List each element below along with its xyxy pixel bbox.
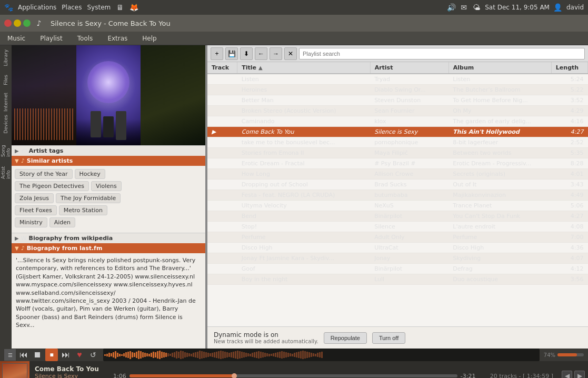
progress-bar[interactable] xyxy=(129,374,457,377)
bio-lastfm-arrow: ▼ xyxy=(15,245,19,251)
track-table: Track Title ▲ Artist Album Length Listen… xyxy=(207,62,588,326)
prev-button[interactable]: ⏮ xyxy=(18,349,29,361)
col-header-track[interactable]: Track xyxy=(207,62,237,74)
table-row[interactable]: ▶ Come Back To You Silence is Sexy This … xyxy=(207,127,588,137)
stop-solid-button[interactable]: ■ xyxy=(45,349,58,361)
track-num xyxy=(207,274,237,285)
table-row[interactable]: Boy in the night Lull Duo acoustique 3:5… xyxy=(207,274,588,285)
import-button[interactable]: ⬇ xyxy=(240,47,253,60)
similar-artists-header[interactable]: ▼ ♪ Similar artists xyxy=(12,156,205,166)
firefox-icon[interactable]: 🦊 xyxy=(129,3,138,12)
artist-image-2[interactable] xyxy=(76,45,141,145)
table-row[interactable]: Disco High UltraCat Disco High 4:36 xyxy=(207,243,588,253)
sidebar-item-devices[interactable]: Devices xyxy=(1,114,11,135)
table-row[interactable]: Better Man Steven Dunston To Get Home Be… xyxy=(207,95,588,106)
similar-artists-row-1: Story of the Year Hockey xyxy=(15,169,202,179)
artist-tag-violens[interactable]: Violens xyxy=(91,181,122,191)
stop-button[interactable]: ⏹ xyxy=(32,349,43,361)
player-status-area: Come Back To You Silence is Sexy This Ai… xyxy=(0,361,588,378)
turnoff-button[interactable]: Turn off xyxy=(372,332,405,344)
playlist-view-button[interactable]: ☰ xyxy=(4,349,16,361)
close-button[interactable] xyxy=(4,19,12,27)
table-row[interactable]: Perfume Adult Only Perfume 7:00 xyxy=(207,232,588,243)
sidebar-item-internet[interactable]: Internet xyxy=(1,92,11,113)
terminal-icon[interactable]: 🖥 xyxy=(116,3,124,12)
artist-tags-header[interactable]: ▶ 🏷 Artist tags xyxy=(12,145,205,156)
heart-button[interactable]: ♥ xyxy=(74,349,85,361)
artist-tag-ministry[interactable]: Ministry xyxy=(15,217,47,227)
table-row[interactable]: Bend Binärpilot You Can't Stop Da Funk 4… xyxy=(207,211,588,222)
user-icon[interactable]: 👤 xyxy=(554,3,562,12)
clear-button[interactable]: ✕ xyxy=(284,47,297,60)
artist-tag-zola[interactable]: Zola Jesus xyxy=(15,193,54,203)
volume-icon[interactable]: 🔊 xyxy=(447,3,455,12)
artist-image-1[interactable] xyxy=(12,45,76,145)
col-header-artist[interactable]: Artist xyxy=(370,62,449,74)
waveform-display: // Generate waveform bars inline const w… xyxy=(103,349,540,361)
col-header-title[interactable]: Title ▲ xyxy=(237,62,370,74)
table-row[interactable]: Stop! Silence L'autre endroit 4:08 xyxy=(207,222,588,232)
track-length: 4:27 xyxy=(551,127,587,137)
now-playing-artist: Silence is Sexy xyxy=(35,373,99,378)
volume-slider[interactable] xyxy=(557,353,584,356)
refresh-button[interactable]: ↺ xyxy=(87,349,99,361)
artist-tag-aiden[interactable]: Aiden xyxy=(49,217,75,227)
track-title: Disco High xyxy=(237,243,370,253)
redo-button[interactable]: → xyxy=(270,47,282,60)
artist-tag-hockey[interactable]: Hockey xyxy=(75,169,105,179)
table-row[interactable]: Broken Stereo (Acoustic Version) Sean Fo… xyxy=(207,106,588,116)
col-header-length[interactable]: Length xyxy=(551,62,587,74)
col-header-album[interactable]: Album xyxy=(449,62,551,74)
track-length: 4:16 xyxy=(551,116,587,127)
track-length: 4:12 xyxy=(551,264,587,274)
playlist-search-input[interactable] xyxy=(299,48,585,59)
weather-icon: 🌤 xyxy=(472,3,481,12)
menu-playlist[interactable]: Playlist xyxy=(37,34,66,43)
artist-tag-pigeon[interactable]: The Pigeon Detectives xyxy=(15,181,89,191)
menu-places[interactable]: Places xyxy=(62,4,82,11)
maximize-button[interactable] xyxy=(23,19,31,27)
menu-system[interactable]: System xyxy=(87,4,111,11)
menu-extras[interactable]: Extras xyxy=(104,34,131,43)
artist-tag-joy[interactable]: The Joy Formidable xyxy=(56,193,121,203)
repopulate-button[interactable]: Repopulate xyxy=(324,332,367,344)
menu-music[interactable]: Music xyxy=(4,34,28,43)
artist-image-3[interactable] xyxy=(141,45,205,145)
menu-tools[interactable]: Tools xyxy=(74,34,96,43)
prev-track-button[interactable]: ◀ xyxy=(562,371,572,378)
next-track-button[interactable]: ▶ xyxy=(574,371,585,378)
next-button[interactable]: ⏭ xyxy=(60,349,72,361)
table-row[interactable]: take me to the bonuslevel bec... pornoph… xyxy=(207,137,588,148)
track-num xyxy=(207,95,237,106)
table-row[interactable]: Erotic Dream - Fractal # Psy Brazil # Er… xyxy=(207,158,588,169)
biography-wikipedia-header[interactable]: ▶ W Biography from wikipedia xyxy=(12,233,205,243)
track-num xyxy=(207,243,237,253)
table-row[interactable]: Jonay Ft Jasmine Kara - Skydiv... Jonay … xyxy=(207,253,588,264)
artist-tag-story[interactable]: Story of the Year xyxy=(15,169,73,179)
table-row[interactable]: Caminando klox The garden of early delig… xyxy=(207,116,588,127)
biography-text: '...Silence Is Sexy brings nicely polish… xyxy=(12,253,205,327)
table-row[interactable]: Stories from Emona II Maya Filipič Betwe… xyxy=(207,148,588,158)
table-row[interactable]: Heroines Diablo Swing Or... The Butcher'… xyxy=(207,85,588,95)
table-row[interactable]: Ultyma Velocity NeXuS Trance Planet 5:06 xyxy=(207,201,588,211)
artist-tag-metro[interactable]: Metro Station xyxy=(59,205,107,215)
minimize-button[interactable] xyxy=(14,19,21,27)
save-playlist-button[interactable]: 💾 xyxy=(225,47,238,60)
add-track-button[interactable]: + xyxy=(211,47,223,60)
table-row[interactable]: Goof Binärpilot Defrag 4:12 xyxy=(207,264,588,274)
email-icon[interactable]: ✉ xyxy=(460,3,468,12)
biography-lastfm-header[interactable]: ▼ ♪ Biography from last.fm xyxy=(12,243,205,253)
sidebar-item-songinfo[interactable]: Song info xyxy=(1,136,11,157)
table-row[interactable]: Dropping out of School Brad Sucks Out of… xyxy=(207,180,588,190)
sidebar-item-artistinfo[interactable]: Artist info xyxy=(1,158,11,179)
table-row[interactable]: How Long Allison Crowe Secrets (original… xyxy=(207,169,588,180)
sidebar-item-files[interactable]: Files xyxy=(1,69,11,91)
menu-help[interactable]: Help xyxy=(139,34,160,43)
menu-applications[interactable]: Applications xyxy=(18,4,56,11)
table-row[interactable]: Festa - feat. NEGRO (LA CRUDA) butumbaba… xyxy=(207,190,588,201)
sidebar-item-library[interactable]: Library xyxy=(1,47,11,68)
undo-button[interactable]: ← xyxy=(255,47,267,60)
artist-tags-arrow: ▶ xyxy=(15,148,19,154)
table-row[interactable]: Listen Tryad Listen 5:24 xyxy=(207,74,588,85)
artist-tag-fleet[interactable]: Fleet Foxes xyxy=(15,205,57,215)
